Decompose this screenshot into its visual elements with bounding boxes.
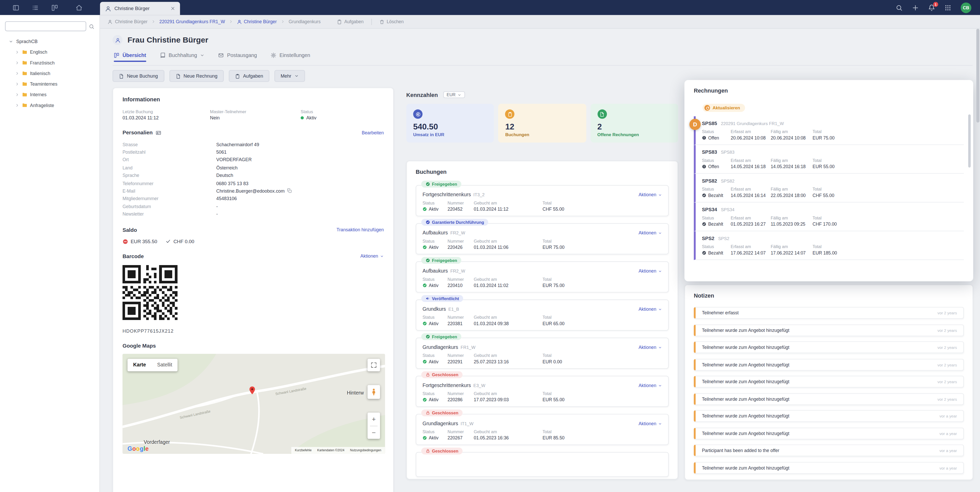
bearbeiten-link[interactable]: Bearbeiten (362, 130, 384, 135)
list-view-icon[interactable] (32, 4, 39, 11)
window-tab[interactable]: Christine Bürger (100, 2, 180, 15)
zoom-out-button[interactable]: − (368, 426, 380, 439)
note-row[interactable]: Teilnehmer wurde zum Angebot hinzugefügt… (694, 341, 964, 353)
breadcrumb-delete-button[interactable]: Löschen (379, 19, 404, 24)
breadcrumb-item-participant-2[interactable]: Christine Bürger (237, 19, 277, 24)
map-zoom-control: + − (368, 412, 380, 439)
booking-aktionen-link[interactable]: Aktionen (639, 192, 662, 197)
note-row[interactable]: Teilnehmer wurde zum Angebot hinzugefügt… (694, 427, 964, 439)
invoice-row[interactable]: SPS83SPS83 StatusOffen Erfasst am14.05.2… (694, 145, 964, 174)
tab-postausgang[interactable]: Postausgang (218, 53, 257, 62)
note-row[interactable]: Teilnehmer wurde zum Angebot hinzugefügt… (694, 358, 964, 370)
map-satellit-button[interactable]: Satellit (151, 359, 178, 371)
refresh-icon (705, 105, 710, 111)
currency-dropdown[interactable]: EUR (443, 91, 465, 98)
note-row[interactable]: Teilnehmer wurde zum Angebot hinzugefügt… (694, 324, 964, 336)
saldo-title: Saldo (123, 227, 137, 233)
course-name: AufbaukursFR2_W (423, 230, 465, 236)
google-map[interactable]: Schwanl Landstraße Schwanl Landstraße Ka… (123, 354, 385, 454)
folder-icon (22, 49, 28, 55)
add-icon[interactable] (912, 4, 919, 11)
status-badge: Garantierte Durchführung (421, 219, 488, 226)
board-view-icon[interactable] (51, 4, 58, 11)
search-icon[interactable] (896, 4, 903, 11)
sidebar-toggle-icon[interactable] (13, 4, 19, 11)
notifications-bell-icon[interactable]: 1 (928, 4, 935, 11)
apps-grid-icon[interactable] (944, 4, 951, 11)
invoice-row[interactable]: SPS34SPS34 StatusBezahlt Erfasst am01.05… (694, 202, 964, 231)
aufgaben-button[interactable]: Aufgaben (229, 70, 269, 82)
invoice-row[interactable]: SPS2SPS2 StatusBezahlt Erfasst am17.06.2… (694, 231, 964, 260)
sidebar-item-italienisch[interactable]: Italienisch (0, 68, 99, 79)
zoom-in-button[interactable]: + (368, 412, 380, 425)
tab-buchhaltung[interactable]: Buchhaltung (160, 53, 204, 62)
sidebar-item-internes[interactable]: Internes (0, 89, 99, 100)
page-title: Frau Christine Bürger (127, 36, 208, 45)
sidebar-search-input[interactable] (5, 21, 86, 31)
breadcrumb-aufgaben-button[interactable]: Aufgaben (337, 19, 364, 24)
booking-aktionen-link[interactable]: Aktionen (639, 421, 662, 427)
topbar: Christine Bürger 1 CB (0, 0, 980, 15)
sidebar-item-englisch[interactable]: Englisch (0, 47, 99, 57)
document-icon (175, 73, 180, 78)
fullscreen-button[interactable] (368, 359, 380, 371)
note-row[interactable]: Teilnehmer wurde zum Angebot hinzugefügt… (694, 462, 964, 473)
invoice-title: SPS83SPS83 (702, 149, 958, 155)
close-tab-icon[interactable] (171, 6, 175, 11)
sidebar-item-franzoesisch[interactable]: Französisch (0, 57, 99, 68)
coin-icon (413, 109, 422, 119)
drag-avatar[interactable]: D (689, 119, 701, 130)
note-row[interactable]: Teilnehmer wurde zum Angebot hinzugefügt… (694, 410, 964, 422)
booking-aktionen-link[interactable]: Aktionen (639, 268, 662, 274)
sidebar-item-teaminternes[interactable]: Teaminternes (0, 79, 99, 89)
informationen-title: Informationen (123, 96, 383, 102)
aktualisieren-button[interactable]: Aktualisieren (703, 103, 745, 112)
note-row[interactable]: Teilnehmer wurde zum Angebot hinzugefügt… (694, 376, 964, 388)
folder-icon (22, 81, 28, 87)
breadcrumb-item-participant[interactable]: Christine Bürger (108, 19, 148, 24)
map-shortcuts-link[interactable]: Kurzbefehle (295, 448, 312, 452)
mehr-button[interactable]: Mehr (274, 70, 305, 82)
note-row[interactable]: Teilnehmer wurde zum Angebot hinzugefügt… (694, 393, 964, 405)
map-terms-link[interactable]: Nutzungsbedingungen (350, 448, 381, 452)
booking-aktionen-link[interactable]: Aktionen (639, 344, 662, 350)
booking-aktionen-link[interactable]: Aktionen (639, 383, 662, 389)
tab-uebersicht[interactable]: Übersicht (114, 53, 146, 62)
tab-einstellungen[interactable]: Einstellungen (271, 53, 310, 62)
pegman-control[interactable] (368, 385, 380, 399)
sidebar-root-sprachcb[interactable]: SprachCB (0, 37, 99, 47)
user-avatar[interactable]: CB (961, 2, 971, 13)
lock-icon (426, 411, 430, 415)
search-icon[interactable] (89, 24, 94, 29)
transaktion-hinzufuegen-link[interactable]: Transaktion hinzufügen (336, 227, 383, 233)
map-type-control: Karte Satellit (127, 359, 178, 371)
chevron-right-icon (229, 19, 233, 24)
home-icon[interactable] (76, 4, 83, 11)
invoice-row[interactable]: SPS85220291 Grundlagenkurs FR1_W StatusO… (694, 116, 964, 145)
barcode-aktionen-link[interactable]: Aktionen (360, 253, 384, 259)
map-karte-button[interactable]: Karte (127, 359, 151, 371)
neue-rechnung-button[interactable]: Neue Rechnung (169, 70, 224, 82)
chevron-down-icon (658, 193, 662, 197)
sidebar-item-anfrageliste[interactable]: Anfrageliste (0, 100, 99, 111)
chevron-down-icon (200, 53, 204, 57)
page-scrollbar[interactable] (977, 29, 980, 123)
note-row[interactable]: Participant has been added to the offerv… (694, 444, 964, 456)
neue-buchung-button[interactable]: Neue Buchung (112, 70, 164, 82)
folder-icon (22, 103, 28, 108)
map-pin-icon[interactable] (248, 384, 257, 397)
kpi-label: Umsatz in EUR (413, 132, 487, 137)
kpi-value: 2 (597, 122, 671, 131)
invoice-row[interactable]: SPS82SPS82 StatusBezahlt Erfasst am14.05… (694, 174, 964, 202)
booking-aktionen-link[interactable]: Aktionen (639, 306, 662, 312)
person-icon (237, 19, 242, 24)
copy-icon[interactable] (287, 188, 292, 193)
booking-aktionen-link[interactable]: Aktionen (639, 230, 662, 236)
note-row[interactable]: Teilnehmer erfasstvor 2 years (694, 307, 964, 319)
check-circle-icon (423, 398, 427, 402)
check-circle-icon (426, 220, 430, 225)
panel-scrollbar[interactable] (968, 115, 971, 167)
check-circle-icon (702, 250, 706, 255)
mail-icon (218, 53, 224, 58)
breadcrumb-item-course[interactable]: 220291 Grundlagenkurs FR1_W (159, 19, 225, 24)
